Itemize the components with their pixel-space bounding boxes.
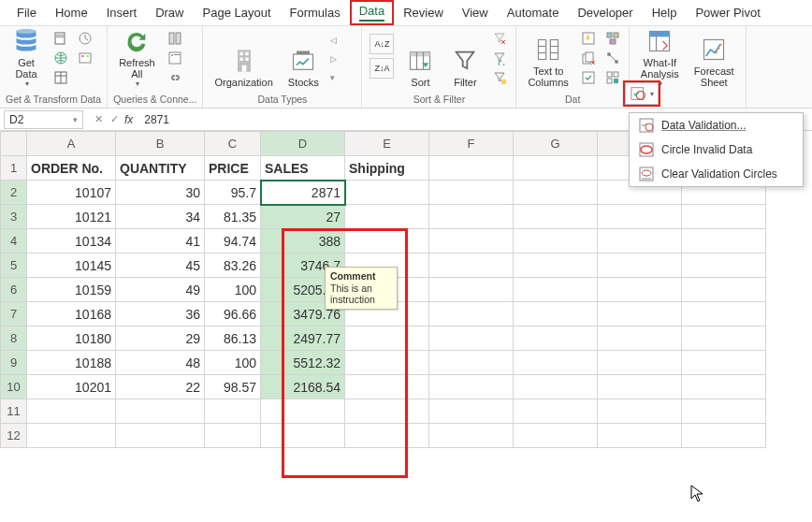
row-header-5[interactable]: 5 <box>1 254 27 278</box>
row-header-6[interactable]: 6 <box>1 278 27 302</box>
cell-G10[interactable] <box>514 375 598 399</box>
cell-E12[interactable] <box>345 424 429 448</box>
get-data-button[interactable]: Get Data <box>6 30 47 90</box>
from-web-button[interactable] <box>51 50 71 66</box>
cell-C3[interactable]: 81.35 <box>205 205 261 229</box>
cell-B11[interactable] <box>116 399 205 424</box>
cell-A1[interactable]: ORDER No. <box>27 156 116 181</box>
tab-developer[interactable]: Developer <box>568 2 642 23</box>
row-header-3[interactable]: 3 <box>1 205 27 229</box>
cell-G3[interactable] <box>514 205 598 229</box>
menu-item-data-validation[interactable]: Data Validation... <box>630 113 803 138</box>
cell-D4[interactable]: 388 <box>261 229 345 254</box>
data-validation-split-button[interactable] <box>625 82 659 105</box>
data-type-prev-icon[interactable]: ◁ <box>330 36 337 45</box>
cell-F2[interactable] <box>429 181 514 205</box>
cell-B7[interactable]: 36 <box>116 302 205 326</box>
cell-G1[interactable] <box>514 156 598 181</box>
cell-B10[interactable]: 22 <box>116 375 205 399</box>
cell-F7[interactable] <box>429 302 514 326</box>
cell-G9[interactable] <box>514 351 598 375</box>
col-header-A[interactable]: A <box>27 132 116 156</box>
cell-F1[interactable] <box>429 156 514 181</box>
text-to-columns-button[interactable]: Text to Columns <box>522 30 573 90</box>
cell-I9[interactable] <box>682 351 766 375</box>
reapply-button[interactable] <box>489 50 510 66</box>
cell-C11[interactable] <box>205 399 261 424</box>
cell-B1[interactable]: QUANTITY <box>116 156 205 181</box>
cell-G12[interactable] <box>514 424 598 448</box>
cell-G11[interactable] <box>514 399 598 424</box>
cell-C12[interactable] <box>205 424 261 448</box>
cell-B9[interactable]: 48 <box>116 351 205 375</box>
data-validation-button[interactable] <box>578 69 599 86</box>
refresh-all-button[interactable]: Refresh All <box>113 30 161 90</box>
clear-filter-button[interactable] <box>489 30 510 47</box>
stocks-button[interactable]: Stocks <box>283 30 325 90</box>
cell-D2[interactable]: 2871 <box>261 181 345 205</box>
cell-E4[interactable] <box>345 229 429 254</box>
tab-insert[interactable]: Insert <box>97 2 147 23</box>
cell-G5[interactable] <box>514 254 598 278</box>
cell-F11[interactable] <box>429 399 514 424</box>
cell-A12[interactable] <box>27 424 116 448</box>
cell-A9[interactable]: 10188 <box>27 351 116 375</box>
cell-F3[interactable] <box>429 205 514 229</box>
cell-H3[interactable] <box>598 205 682 229</box>
cell-H11[interactable] <box>598 399 682 424</box>
cell-D12[interactable] <box>261 424 345 448</box>
cell-B5[interactable]: 45 <box>116 254 205 278</box>
tab-review[interactable]: Review <box>394 2 453 23</box>
cell-E2[interactable] <box>345 181 429 205</box>
cell-F4[interactable] <box>429 229 514 254</box>
what-if-analysis-button[interactable]: What-If Analysis <box>635 30 685 90</box>
tab-view[interactable]: View <box>453 2 498 23</box>
cell-F5[interactable] <box>429 254 514 278</box>
forecast-sheet-button[interactable]: Forecast Sheet <box>689 30 740 90</box>
cell-F10[interactable] <box>429 375 514 399</box>
cell-I6[interactable] <box>682 278 766 302</box>
col-header-C[interactable]: C <box>205 132 261 156</box>
cell-A11[interactable] <box>27 399 116 424</box>
cell-C10[interactable]: 98.57 <box>205 375 261 399</box>
cell-D1[interactable]: SALES <box>261 156 345 181</box>
cell-A5[interactable]: 10145 <box>27 254 116 278</box>
row-header-4[interactable]: 4 <box>1 229 27 254</box>
cell-E8[interactable] <box>345 326 429 351</box>
cell-I7[interactable] <box>682 302 766 326</box>
filter-button[interactable]: Filter <box>444 30 486 90</box>
row-header-7[interactable]: 7 <box>1 302 27 326</box>
cell-G7[interactable] <box>514 302 598 326</box>
advanced-filter-button[interactable] <box>489 69 510 86</box>
cell-E3[interactable] <box>345 205 429 229</box>
sort-button[interactable]: Sort <box>399 30 441 90</box>
cell-F9[interactable] <box>429 351 514 375</box>
name-box[interactable]: D2 <box>4 110 83 129</box>
cell-G2[interactable] <box>514 181 598 205</box>
col-header-G[interactable]: G <box>514 132 598 156</box>
cell-H9[interactable] <box>598 351 682 375</box>
cell-D9[interactable]: 5512.32 <box>261 351 345 375</box>
tab-home[interactable]: Home <box>46 2 97 23</box>
cell-A6[interactable]: 10159 <box>27 278 116 302</box>
cell-G4[interactable] <box>514 229 598 254</box>
col-header-B[interactable]: B <box>116 132 205 156</box>
cell-F12[interactable] <box>429 424 514 448</box>
sort-az-button[interactable]: A↓Z <box>370 34 394 54</box>
cell-G8[interactable] <box>514 326 598 351</box>
select-all-corner[interactable] <box>1 132 27 156</box>
cell-C2[interactable]: 95.7 <box>205 181 261 205</box>
cell-I11[interactable] <box>682 399 766 424</box>
cell-A8[interactable]: 10180 <box>27 326 116 351</box>
menu-item-circle-invalid[interactable]: Circle Invalid Data <box>630 138 803 162</box>
remove-duplicates-button[interactable] <box>578 50 599 66</box>
cell-I4[interactable] <box>682 229 766 254</box>
cell-D10[interactable]: 2168.54 <box>261 375 345 399</box>
cell-E11[interactable] <box>345 399 429 424</box>
properties-button[interactable] <box>165 50 185 66</box>
cell-C8[interactable]: 86.13 <box>205 326 261 351</box>
cell-A4[interactable]: 10134 <box>27 229 116 254</box>
cell-B2[interactable]: 30 <box>116 181 205 205</box>
tab-page-layout[interactable]: Page Layout <box>194 2 281 23</box>
from-table-button[interactable] <box>51 69 71 86</box>
